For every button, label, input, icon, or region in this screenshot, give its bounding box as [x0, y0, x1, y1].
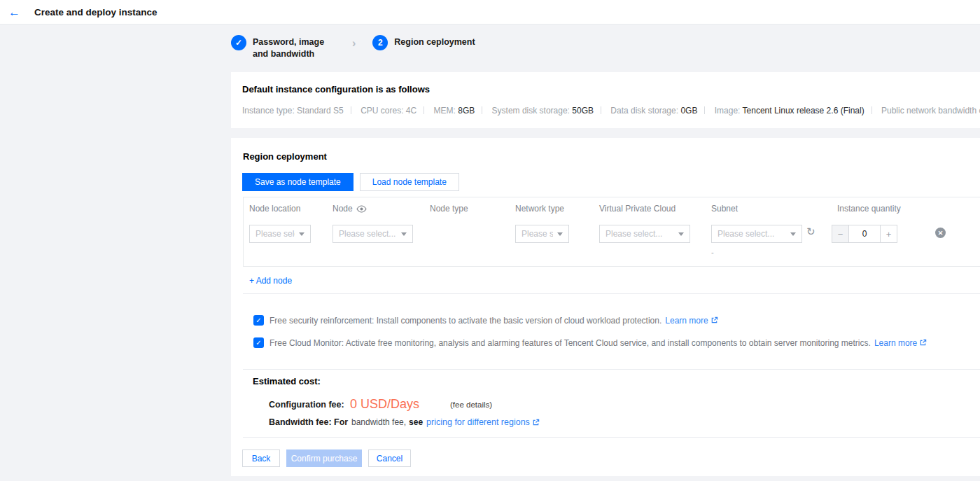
network-type-select[interactable]: Please select	[515, 225, 569, 243]
eye-icon[interactable]	[356, 205, 367, 213]
chevron-down-icon	[557, 232, 563, 236]
configuration-fee-label: Configuration fee:	[269, 400, 349, 410]
config-image: Image: Tencent Linux release 2.6 (Final)	[715, 106, 864, 116]
configuration-fee-value: 0 USD/Days	[350, 397, 419, 412]
external-link-icon[interactable]	[532, 419, 540, 426]
divider	[243, 437, 980, 438]
node-location-select[interactable]: Please select...	[249, 225, 311, 243]
load-node-template-button[interactable]: Load node template	[360, 173, 459, 191]
save-node-template-button[interactable]: Save as node template	[242, 173, 354, 191]
remove-node-row-icon[interactable]: ✕	[935, 228, 946, 238]
subnet-note: -	[711, 248, 714, 256]
subnet-select[interactable]: Please select...	[711, 225, 802, 243]
config-data-disk: Data disk storage: 0GB	[610, 106, 697, 116]
configuration-fee-row: Configuration fee: 0 USD/Days (fee detai…	[269, 397, 980, 412]
chevron-down-icon	[678, 232, 684, 236]
cloud-monitor-option: ✓ Free Cloud Monitor: Activate free moni…	[253, 337, 980, 348]
col-header-subnet: Subnet	[711, 204, 738, 214]
region-deployment-title: Region ceployment	[231, 138, 980, 162]
estimated-cost-title: Estimated cost:	[253, 376, 980, 386]
monitor-learn-more-link[interactable]: Learn more	[874, 338, 917, 348]
default-config-title: Default instance configuration is as fol…	[231, 72, 980, 95]
node-table: Node location Node Node type Network typ…	[243, 197, 980, 267]
divider	[243, 369, 980, 370]
template-buttons: Save as node template Load node template	[242, 173, 980, 191]
confirm-purchase-button[interactable]: Confirm purchase	[286, 449, 362, 467]
external-link-icon[interactable]	[919, 339, 927, 347]
security-reinforcement-label: Free security reinforcement: Install com…	[270, 316, 662, 326]
add-node-link[interactable]: + Add node	[249, 276, 292, 286]
vpc-select[interactable]: Please select...	[599, 225, 690, 243]
step2-number: 2	[372, 35, 388, 50]
bandwidth-fee-label: Bandwidth fee: For	[269, 417, 349, 427]
config-instance-type: Instance type: Standard S5	[242, 106, 344, 116]
divider	[243, 293, 980, 294]
step2-label: Region ceployment	[394, 36, 475, 48]
page-title: Create and deploy instance	[34, 7, 158, 18]
node-select[interactable]: Please select...	[332, 225, 413, 243]
security-learn-more-link[interactable]: Learn more	[665, 316, 708, 326]
security-reinforcement-checkbox[interactable]: ✓	[253, 315, 264, 326]
step1-check-icon: ✓	[231, 35, 246, 50]
config-summary-line: Instance type: Standard S5 CPU cores: 4C…	[242, 106, 980, 116]
fee-details-link[interactable]: (fee details)	[450, 400, 492, 409]
divider	[872, 106, 872, 114]
refresh-icon[interactable]: ↻	[806, 226, 816, 237]
step-region-deployment: 2 Region ceployment	[372, 35, 475, 50]
cloud-monitor-checkbox[interactable]: ✓	[253, 337, 264, 348]
chevron-down-icon	[401, 232, 407, 236]
quantity-plus-button[interactable]: +	[880, 225, 897, 243]
chevron-right-icon: ›	[352, 38, 356, 49]
col-header-node: Node	[332, 204, 367, 214]
default-config-card: Default instance configuration is as fol…	[231, 72, 980, 128]
cancel-button[interactable]: Cancel	[368, 449, 411, 467]
bandwidth-fee-see: see	[409, 417, 423, 427]
external-link-icon[interactable]	[710, 316, 718, 324]
security-reinforcement-option: ✓ Free security reinforcement: Install c…	[253, 315, 980, 326]
col-header-instance-quantity: Instance quantity	[837, 204, 901, 214]
pricing-regions-link[interactable]: pricing for different regions	[426, 417, 530, 427]
divider	[351, 106, 351, 114]
bandwidth-fee-row: Bandwidth fee: For bandwidth fee, see pr…	[269, 417, 980, 427]
region-deployment-card: Region ceployment Save as node template …	[231, 138, 980, 476]
col-header-vpc: Virtual Private Cloud	[599, 204, 676, 214]
quantity-input[interactable]	[849, 225, 880, 243]
instance-quantity-stepper: − +	[832, 225, 897, 243]
config-mem: MEM: 8GB	[434, 106, 475, 116]
back-arrow-icon[interactable]: ←	[8, 6, 20, 18]
config-bandwidth-cap: Public network bandwidth cap: 25Mbps	[881, 106, 980, 116]
col-header-node-type: Node type	[430, 204, 468, 214]
config-cpu-cores: CPU cores: 4C	[360, 106, 416, 116]
step-password-image-bandwidth[interactable]: ✓ Password, image and bandwidth	[231, 35, 335, 60]
step1-label: Password, image and bandwidth	[253, 36, 335, 60]
cloud-monitor-label: Free Cloud Monitor: Activate free monito…	[270, 338, 871, 348]
col-header-node-location: Node location	[249, 204, 300, 214]
footer-buttons: Back Confirm purchase Cancel	[242, 449, 980, 467]
chevron-down-icon	[790, 232, 796, 236]
bandwidth-fee-text: bandwidth fee,	[351, 417, 406, 427]
col-header-network-type: Network type	[515, 204, 564, 214]
divider	[601, 106, 601, 114]
top-bar: ← Create and deploy instance	[0, 0, 980, 25]
quantity-minus-button[interactable]: −	[832, 225, 849, 243]
chevron-down-icon	[299, 232, 304, 236]
divider	[482, 106, 482, 114]
back-button[interactable]: Back	[242, 449, 280, 467]
stepper: ✓ Password, image and bandwidth › 2 Regi…	[231, 35, 475, 60]
divider	[424, 106, 424, 114]
config-system-disk: System disk storage: 50GB	[492, 106, 594, 116]
divider	[704, 106, 705, 114]
